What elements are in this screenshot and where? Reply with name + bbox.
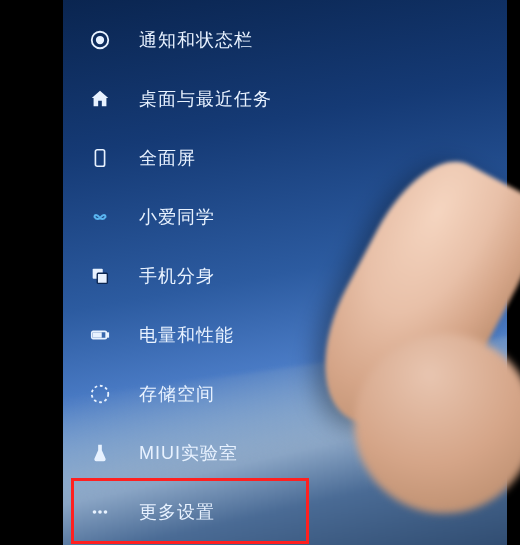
phone-frame: 通知和状态栏 桌面与最近任务 全面屏 小爱同学 <box>25 0 495 545</box>
copy-icon <box>87 263 113 289</box>
settings-item-label: 通知和状态栏 <box>139 28 253 52</box>
svg-point-8 <box>92 385 109 402</box>
svg-point-9 <box>93 510 97 514</box>
home-icon <box>87 86 113 112</box>
settings-item-label: 桌面与最近任务 <box>139 87 272 111</box>
phone-icon <box>87 145 113 171</box>
settings-item-notification[interactable]: 通知和状态栏 <box>63 10 507 69</box>
settings-item-label: 存储空间 <box>139 382 215 406</box>
circle-dashed-icon <box>87 381 113 407</box>
flask-icon <box>87 440 113 466</box>
settings-item-storage[interactable]: 存储空间 <box>63 364 507 423</box>
settings-screen: 通知和状态栏 桌面与最近任务 全面屏 小爱同学 <box>63 0 507 545</box>
battery-icon <box>87 322 113 348</box>
donut-icon <box>87 27 113 53</box>
svg-rect-7 <box>94 333 101 337</box>
settings-item-label: 全面屏 <box>139 146 196 170</box>
settings-item-miuilab[interactable]: MIUI实验室 <box>63 423 507 482</box>
settings-item-desktop[interactable]: 桌面与最近任务 <box>63 69 507 128</box>
settings-item-label: 电量和性能 <box>139 323 234 347</box>
svg-rect-2 <box>95 149 104 166</box>
settings-item-label: 手机分身 <box>139 264 215 288</box>
settings-item-label: 小爱同学 <box>139 205 215 229</box>
settings-item-battery[interactable]: 电量和性能 <box>63 305 507 364</box>
svg-point-10 <box>98 510 102 514</box>
settings-item-more[interactable]: 更多设置 <box>63 482 507 541</box>
infinity-icon <box>87 204 113 230</box>
svg-rect-6 <box>106 333 108 337</box>
svg-rect-4 <box>97 273 107 283</box>
svg-point-1 <box>97 36 103 42</box>
more-icon <box>87 499 113 525</box>
settings-item-label: MIUI实验室 <box>139 441 238 465</box>
settings-item-dualapp[interactable]: 手机分身 <box>63 246 507 305</box>
svg-point-11 <box>104 510 108 514</box>
settings-item-xiaoai[interactable]: 小爱同学 <box>63 187 507 246</box>
settings-item-label: 更多设置 <box>139 500 215 524</box>
settings-list: 通知和状态栏 桌面与最近任务 全面屏 小爱同学 <box>63 0 507 541</box>
settings-item-fullscreen[interactable]: 全面屏 <box>63 128 507 187</box>
